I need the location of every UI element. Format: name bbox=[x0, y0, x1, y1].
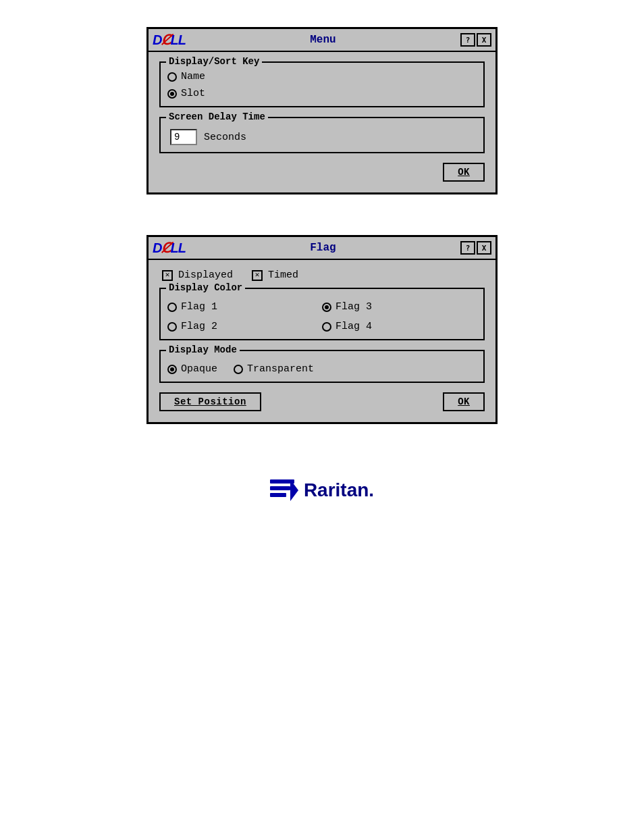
raritan-icon bbox=[270, 478, 298, 502]
flag-window: DȻLL Flag ? X Displayed Timed Display Co… bbox=[146, 235, 498, 424]
delay-row: Seconds bbox=[167, 129, 477, 145]
slot-radio-label: Slot bbox=[181, 88, 205, 99]
flag2-radio-row[interactable]: Flag 2 bbox=[167, 321, 322, 332]
color-grid: Flag 1 Flag 3 Flag 2 Flag 4 bbox=[167, 292, 477, 332]
svg-rect-2 bbox=[270, 493, 286, 497]
flag4-radio-row[interactable]: Flag 4 bbox=[322, 321, 477, 332]
flag3-radio[interactable] bbox=[322, 303, 331, 312]
display-sort-key-group: Display/Sort Key Name Slot bbox=[159, 61, 485, 107]
opaque-radio[interactable] bbox=[167, 365, 177, 374]
slot-radio[interactable] bbox=[167, 89, 177, 99]
dell-logo: DȻLL bbox=[153, 32, 186, 48]
opaque-radio-row[interactable]: Opaque bbox=[167, 363, 217, 375]
screen-delay-group: Screen Delay Time Seconds bbox=[159, 117, 485, 153]
display-color-label: Display Color bbox=[166, 282, 245, 293]
displayed-checkbox[interactable] bbox=[162, 270, 173, 281]
flag-window-title: Flag bbox=[191, 242, 455, 254]
display-mode-label: Display Mode bbox=[166, 344, 240, 355]
flag-ok-button[interactable]: OK bbox=[443, 392, 485, 411]
slot-radio-row[interactable]: Slot bbox=[167, 88, 477, 99]
window-title: Menu bbox=[191, 34, 455, 46]
name-radio-row[interactable]: Name bbox=[167, 71, 477, 82]
display-sort-key-label: Display/Sort Key bbox=[166, 56, 262, 67]
transparent-label: Transparent bbox=[247, 363, 314, 375]
menu-body: Display/Sort Key Name Slot Screen Delay … bbox=[149, 52, 495, 192]
flag1-radio[interactable] bbox=[167, 303, 177, 312]
flag4-label: Flag 4 bbox=[336, 321, 372, 332]
dell-logo-2: DȻLL bbox=[153, 240, 186, 256]
menu-action-row: OK bbox=[159, 163, 485, 182]
delay-input[interactable] bbox=[170, 129, 197, 145]
svg-rect-1 bbox=[270, 486, 290, 490]
opaque-label: Opaque bbox=[181, 363, 217, 375]
flag-close-button[interactable]: X bbox=[477, 241, 491, 255]
display-color-group: Display Color Flag 1 Flag 3 Flag 2 Flag … bbox=[159, 288, 485, 340]
close-button[interactable]: X bbox=[477, 33, 491, 47]
transparent-radio[interactable] bbox=[234, 365, 243, 374]
flag-action-row: Set Position OK bbox=[159, 392, 485, 411]
displayed-label: Displayed bbox=[178, 269, 233, 281]
timed-checkbox[interactable] bbox=[252, 270, 263, 281]
flag3-radio-row[interactable]: Flag 3 bbox=[322, 301, 477, 313]
name-radio-label: Name bbox=[181, 71, 205, 82]
transparent-radio-row[interactable]: Transparent bbox=[234, 363, 314, 375]
flag-window-controls: ? X bbox=[460, 241, 491, 255]
flag2-radio[interactable] bbox=[167, 322, 177, 332]
screen-delay-label: Screen Delay Time bbox=[166, 111, 268, 122]
flag-help-button[interactable]: ? bbox=[460, 241, 475, 255]
seconds-label: Seconds bbox=[204, 132, 246, 143]
menu-window: DȻLL Menu ? X Display/Sort Key Name Slot… bbox=[146, 27, 498, 194]
name-radio[interactable] bbox=[167, 72, 177, 82]
flag1-radio-row[interactable]: Flag 1 bbox=[167, 301, 322, 313]
raritan-logo-area: Raritan. bbox=[270, 478, 374, 502]
display-mode-group: Display Mode Opaque Transparent bbox=[159, 350, 485, 383]
ok-button[interactable]: OK bbox=[443, 163, 485, 182]
timed-label: Timed bbox=[268, 269, 298, 281]
flag4-radio[interactable] bbox=[322, 322, 331, 332]
checkboxes-row: Displayed Timed bbox=[159, 269, 485, 281]
flag3-label: Flag 3 bbox=[336, 301, 372, 313]
flag2-label: Flag 2 bbox=[181, 321, 217, 332]
mode-row: Opaque Transparent bbox=[167, 354, 477, 375]
flag1-label: Flag 1 bbox=[181, 301, 217, 313]
raritan-name: Raritan. bbox=[304, 479, 374, 501]
flag-body: Displayed Timed Display Color Flag 1 Fla… bbox=[149, 260, 495, 422]
flag-titlebar: DȻLL Flag ? X bbox=[149, 237, 495, 260]
set-position-button[interactable]: Set Position bbox=[159, 392, 261, 411]
timed-checkbox-row[interactable]: Timed bbox=[252, 269, 298, 281]
displayed-checkbox-row[interactable]: Displayed bbox=[162, 269, 233, 281]
menu-titlebar: DȻLL Menu ? X bbox=[149, 29, 495, 52]
window-controls: ? X bbox=[460, 33, 491, 47]
help-button[interactable]: ? bbox=[460, 33, 475, 47]
